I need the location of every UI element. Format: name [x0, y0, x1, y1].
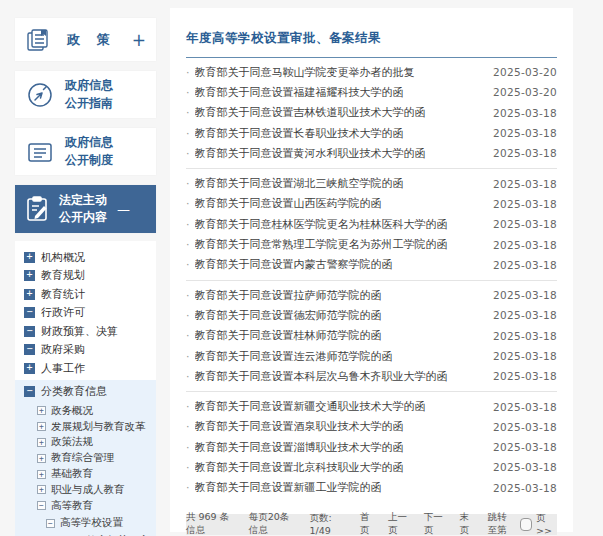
document-row: · 教育部关于同意设置内蒙古警察学院的函 2025-03-18 [186, 255, 557, 275]
sidebar-menu-item-label: 政府采购 [41, 342, 85, 357]
toggle-box-icon[interactable]: − [24, 307, 35, 318]
document-date: 2025-03-18 [493, 309, 557, 321]
document-link[interactable]: 教育部关于同意设置内蒙古警察学院的函 [195, 257, 493, 272]
document-date: 2025-03-18 [493, 178, 557, 190]
sidebar-submenu-item[interactable]: + 政策法规 [37, 435, 156, 451]
first-page-button[interactable]: 首页 [360, 511, 375, 536]
toggle-box-icon[interactable]: − [24, 344, 35, 355]
expand-box-icon[interactable]: + [37, 438, 46, 447]
sidebar-menu-item[interactable]: − 分类教育信息 [24, 383, 156, 402]
sidebar-menu-item[interactable]: + 教育规划 [24, 267, 156, 286]
sidebar-submenu-item[interactable]: + 基础教育 [37, 466, 156, 482]
expand-box-icon[interactable]: + [37, 454, 46, 463]
toggle-box-icon[interactable]: + [24, 270, 35, 281]
document-link[interactable]: 教育部关于同意设置湖北三峡航空学院的函 [195, 176, 493, 191]
disclosure-guide-card[interactable]: 政府信息 公开指南 [15, 71, 156, 118]
next-page-button[interactable]: 下一页 [424, 511, 447, 536]
sidebar-submenu-item[interactable]: + 发展规划与教育改革 [37, 419, 156, 435]
document-date: 2025-03-20 [493, 86, 557, 98]
document-link[interactable]: 教育部关于同意设置新疆交通职业技术大学的函 [195, 399, 493, 414]
document-link[interactable]: 教育部关于同意设置本科层次乌鲁木齐职业大学的函 [195, 369, 493, 384]
toggle-box-icon[interactable]: + [24, 252, 35, 263]
minus-icon[interactable]: — [117, 202, 130, 217]
document-link[interactable]: 教育部关于同意桂林医学院更名为桂林医科大学的函 [195, 217, 493, 232]
active-disclosure-card[interactable]: 法定主动 公开内容 — [15, 185, 156, 233]
jump-prefix-label: 跳转至第 [488, 511, 516, 536]
document-link[interactable]: 教育部关于同意设置山西医药学院的函 [195, 196, 493, 211]
sidebar-submenu-item[interactable]: − 高等教育 [37, 498, 156, 514]
document-link[interactable]: 教育部关于同意设置酒泉职业技术大学的函 [195, 419, 493, 434]
collapse-box-icon[interactable]: − [46, 519, 55, 528]
sidebar-submenu-item-label: 教育综合管理 [51, 451, 114, 465]
expand-box-icon[interactable]: − [37, 501, 46, 510]
document-row: · 教育部关于同意设置酒泉职业技术大学的函 2025-03-18 [186, 417, 557, 437]
menu-list: + 机构概况 + 教育规划 + 教育统计 − 行政许可 − 财政预算、决算 − … [24, 248, 156, 378]
document-date: 2025-03-18 [493, 401, 557, 413]
sidebar-submenu-item[interactable]: + 职业与成人教育 [37, 482, 156, 498]
sidebar-menu-item-label: 分类教育信息 [41, 384, 107, 399]
document-group: · 教育部关于同意设置拉萨师范学院的函 2025-03-18 · 教育部关于同意… [186, 281, 557, 392]
bullet-dot-icon: · [186, 350, 190, 363]
bullet-dot-icon: · [186, 289, 190, 302]
document-list: · 教育部关于同意马鞍山学院变更举办者的批复 2025-03-20 · 教育部关… [186, 58, 557, 503]
toggle-box-icon[interactable]: − [24, 386, 35, 397]
document-link[interactable]: 教育部关于同意设置拉萨师范学院的函 [195, 288, 493, 303]
sidebar-menu-item[interactable]: + 机构概况 [24, 248, 156, 267]
page-jump-input[interactable] [520, 518, 532, 531]
sidebar-item-setup-opinion[interactable]: ▶ 教育部关于高等学校设置工作的意见 [46, 531, 156, 536]
jump-group: 跳转至第 页 >> [488, 511, 557, 536]
document-link[interactable]: 教育部关于同意设置福建福耀科技大学的函 [195, 85, 493, 100]
document-row: · 教育部关于同意马鞍山学院变更举办者的批复 2025-03-20 [186, 62, 557, 82]
document-row: · 教育部关于同意常熟理工学院更名为苏州工学院的函 2025-03-18 [186, 234, 557, 254]
toggle-box-icon[interactable]: + [24, 363, 35, 374]
expand-box-icon[interactable]: + [37, 470, 46, 479]
document-row: · 教育部关于同意设置山西医药学院的函 2025-03-18 [186, 194, 557, 214]
expand-box-icon[interactable]: + [37, 406, 46, 415]
sidebar-menu-item[interactable]: + 教育统计 [24, 285, 156, 304]
document-link[interactable]: 教育部关于同意设置长春职业技术大学的函 [195, 126, 493, 141]
document-date: 2025-03-18 [493, 482, 557, 494]
document-row: · 教育部关于同意设置黄河水利职业技术大学的函 2025-03-18 [186, 143, 557, 163]
plus-icon[interactable]: + [132, 30, 146, 50]
expand-box-icon[interactable]: + [37, 485, 46, 494]
sidebar-submenu-item-label: 政务概况 [51, 404, 93, 418]
expand-box-icon[interactable]: + [37, 422, 46, 431]
sidebar-submenu-item[interactable]: + 政务概况 [37, 403, 156, 419]
disclosure-system-card[interactable]: 政府信息 公开制度 [15, 128, 156, 175]
document-date: 2025-03-18 [493, 461, 557, 473]
last-page-button[interactable]: 末页 [460, 511, 475, 536]
document-link[interactable]: 教育部关于同意马鞍山学院变更举办者的批复 [195, 65, 493, 80]
document-link[interactable]: 教育部关于同意设置淄博职业技术大学的函 [195, 440, 493, 455]
bullet-dot-icon: · [186, 177, 190, 190]
sidebar-menu-item[interactable]: − 政府采购 [24, 341, 156, 360]
document-row: · 教育部关于同意设置湖北三峡航空学院的函 2025-03-18 [186, 173, 557, 193]
document-date: 2025-03-18 [493, 147, 557, 159]
document-link[interactable]: 教育部关于同意常熟理工学院更名为苏州工学院的函 [195, 237, 493, 252]
document-link[interactable]: 教育部关于同意设置北京科技职业大学的函 [195, 460, 493, 475]
document-link[interactable]: 教育部关于同意设置吉林铁道职业技术大学的函 [195, 105, 493, 120]
document-date: 2025-03-18 [493, 289, 557, 301]
policy-card[interactable]: 政 策 + [15, 18, 156, 61]
sidebar-menu-item[interactable]: − 财政预算、决算 [24, 322, 156, 341]
document-group: · 教育部关于同意马鞍山学院变更举办者的批复 2025-03-20 · 教育部关… [186, 58, 557, 169]
document-link[interactable]: 教育部关于同意设置新疆工业学院的函 [195, 480, 493, 495]
document-link[interactable]: 教育部关于同意设置连云港师范学院的函 [195, 349, 493, 364]
document-date: 2025-03-18 [493, 370, 557, 382]
bullet-dot-icon: · [186, 481, 190, 494]
document-link[interactable]: 教育部关于同意设置德宏师范学院的函 [195, 308, 493, 323]
document-link[interactable]: 教育部关于同意设置桂林师范学院的函 [195, 328, 493, 343]
sidebar-submenu-item[interactable]: + 教育综合管理 [37, 450, 156, 466]
document-link[interactable]: 教育部关于同意设置黄河水利职业技术大学的函 [195, 146, 493, 161]
document-date: 2025-03-18 [493, 218, 557, 230]
document-row: · 教育部关于同意设置桂林师范学院的函 2025-03-18 [186, 326, 557, 346]
prev-page-button[interactable]: 上一页 [388, 511, 411, 536]
toggle-box-icon[interactable]: + [24, 289, 35, 300]
toggle-box-icon[interactable]: − [24, 326, 35, 337]
document-date: 2025-03-20 [493, 66, 557, 78]
jump-go-button[interactable]: 页 >> [536, 512, 557, 536]
sidebar-item-higher-school-setup[interactable]: − 高等学校设置 [46, 516, 156, 532]
document-row: · 教育部关于同意设置新疆交通职业技术大学的函 2025-03-18 [186, 396, 557, 416]
sidebar-menu-item[interactable]: − 行政许可 [24, 304, 156, 323]
active-disclosure-label: 法定主动 公开内容 [59, 192, 107, 227]
sidebar-menu-item[interactable]: + 人事工作 [24, 359, 156, 378]
